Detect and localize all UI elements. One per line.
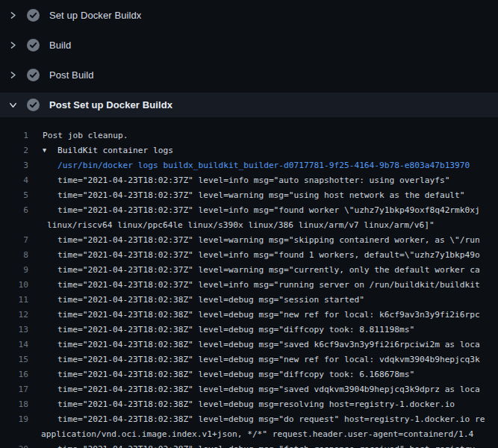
log-text: time="2021-04-23T18:02:37Z" level=info m… <box>28 248 480 263</box>
line-number[interactable]: 9 <box>0 263 28 278</box>
log-line: 3/usr/bin/docker logs buildx_buildkit_bu… <box>0 158 498 173</box>
line-number[interactable]: 14 <box>0 337 28 352</box>
chevron-down-icon <box>9 101 17 109</box>
log-text: time="2021-04-23T18:02:38Z" level=debug … <box>28 442 480 448</box>
line-number[interactable]: 5 <box>0 188 28 203</box>
line-number[interactable]: 19 <box>0 412 28 427</box>
log-line: 8time="2021-04-23T18:02:37Z" level=info … <box>0 248 498 263</box>
line-number[interactable]: 11 <box>0 293 28 308</box>
step-label: Set up Docker Buildx <box>49 10 141 21</box>
line-number[interactable]: 13 <box>0 323 28 337</box>
log-text: linux/riscv64 linux/ppc64le linux/s390x … <box>28 218 435 233</box>
log-text: time="2021-04-23T18:02:37Z" level=warnin… <box>28 233 480 248</box>
step-row-set-up-docker-buildx[interactable]: Set up Docker Buildx <box>0 0 498 30</box>
log-line: 5time="2021-04-23T18:02:37Z" level=warni… <box>0 188 498 203</box>
line-number[interactable]: 16 <box>0 367 28 382</box>
log-line: 6time="2021-04-23T18:02:37Z" level=info … <box>0 203 498 218</box>
log-line: 4time="2021-04-23T18:02:37Z" level=info … <box>0 173 498 188</box>
workflow-steps-list: Set up Docker Buildx Build Post Build Po… <box>0 0 498 117</box>
log-line: 10time="2021-04-23T18:02:37Z" level=info… <box>0 278 498 293</box>
log-line: 9time="2021-04-23T18:02:37Z" level=warni… <box>0 263 498 278</box>
log-line: 7time="2021-04-23T18:02:37Z" level=warni… <box>0 233 498 248</box>
log-text: time="2021-04-23T18:02:38Z" level=debug … <box>28 323 414 337</box>
log-line: 16time="2021-04-23T18:02:38Z" level=debu… <box>0 367 498 382</box>
line-number[interactable]: 17 <box>0 382 28 397</box>
log-line: 19time="2021-04-23T18:02:38Z" level=debu… <box>0 412 498 427</box>
chevron-right-icon <box>9 41 17 49</box>
log-line: 12time="2021-04-23T18:02:38Z" level=debu… <box>0 308 498 323</box>
check-circle-icon <box>27 9 40 22</box>
line-number[interactable]: 7 <box>0 233 28 248</box>
line-number[interactable]: 1 <box>0 128 28 143</box>
log-text: time="2021-04-23T18:02:37Z" level=info m… <box>28 203 480 218</box>
group-caret-down-icon: ▼ <box>43 143 57 158</box>
log-line: 18time="2021-04-23T18:02:38Z" level=debu… <box>0 397 498 412</box>
log-line: 1Post job cleanup. <box>0 128 498 143</box>
line-number[interactable]: 8 <box>0 248 28 263</box>
check-circle-icon <box>27 69 40 81</box>
log-group-label: BuildKit container logs <box>57 146 173 155</box>
log-text: time="2021-04-23T18:02:37Z" level=info m… <box>28 278 480 293</box>
log-line: 13time="2021-04-23T18:02:38Z" level=debu… <box>0 323 498 337</box>
log-line: 15time="2021-04-23T18:02:38Z" level=debu… <box>0 352 498 367</box>
line-number <box>0 218 28 233</box>
log-text: time="2021-04-23T18:02:37Z" level=info m… <box>28 173 449 188</box>
log-text: time="2021-04-23T18:02:38Z" level=debug … <box>28 367 414 382</box>
line-number[interactable]: 6 <box>0 203 28 218</box>
check-circle-icon <box>27 99 40 111</box>
log-text: time="2021-04-23T18:02:37Z" level=warnin… <box>28 188 465 203</box>
log-text: time="2021-04-23T18:02:38Z" level=debug … <box>28 337 480 352</box>
step-row-post-set-up-docker-buildx[interactable]: Post Set up Docker Buildx <box>0 93 498 117</box>
log-text: time="2021-04-23T18:02:38Z" level=debug … <box>28 412 485 427</box>
log-text: time="2021-04-23T18:02:38Z" level=debug … <box>28 397 455 412</box>
log-text: Post job cleanup. <box>28 128 128 143</box>
log-text: application/vnd.oci.image.index.v1+json,… <box>28 427 473 442</box>
step-label: Post Set up Docker Buildx <box>49 99 172 111</box>
chevron-right-icon <box>9 71 17 79</box>
log-text: time="2021-04-23T18:02:38Z" level=debug … <box>28 382 480 397</box>
chevron-right-icon <box>9 11 17 19</box>
log-line: linux/riscv64 linux/ppc64le linux/s390x … <box>0 218 498 233</box>
line-number <box>0 427 28 442</box>
line-number[interactable]: 20 <box>0 442 28 448</box>
line-number[interactable]: 4 <box>0 173 28 188</box>
check-circle-icon <box>27 39 40 52</box>
log-line: 2▼BuildKit container logs <box>0 143 498 158</box>
log-area: 1Post job cleanup.2▼BuildKit container l… <box>0 119 498 448</box>
log-group-toggle[interactable]: ▼BuildKit container logs <box>28 143 173 158</box>
log-line: application/vnd.oci.image.index.v1+json,… <box>0 427 498 442</box>
step-row-build[interactable]: Build <box>0 30 498 60</box>
log-text: time="2021-04-23T18:02:37Z" level=warnin… <box>28 263 480 278</box>
line-number[interactable]: 18 <box>0 397 28 412</box>
step-label: Post Build <box>49 69 94 81</box>
line-number[interactable]: 10 <box>0 278 28 293</box>
log-text: time="2021-04-23T18:02:38Z" level=debug … <box>28 308 480 323</box>
log-line: 17time="2021-04-23T18:02:38Z" level=debu… <box>0 382 498 397</box>
step-row-post-build[interactable]: Post Build <box>0 60 498 90</box>
log-line: 14time="2021-04-23T18:02:38Z" level=debu… <box>0 337 498 352</box>
step-label: Build <box>49 40 71 51</box>
log-text: time="2021-04-23T18:02:38Z" level=debug … <box>28 293 364 308</box>
log-line: 11time="2021-04-23T18:02:38Z" level=debu… <box>0 293 498 308</box>
log-line: 20time="2021-04-23T18:02:38Z" level=debu… <box>0 442 498 448</box>
line-number[interactable]: 15 <box>0 352 28 367</box>
command-text: /usr/bin/docker logs buildx_buildkit_bui… <box>28 158 470 173</box>
log-text: time="2021-04-23T18:02:38Z" level=debug … <box>28 352 480 367</box>
line-number[interactable]: 2 <box>0 143 28 158</box>
line-number[interactable]: 3 <box>0 158 28 173</box>
line-number[interactable]: 12 <box>0 308 28 323</box>
